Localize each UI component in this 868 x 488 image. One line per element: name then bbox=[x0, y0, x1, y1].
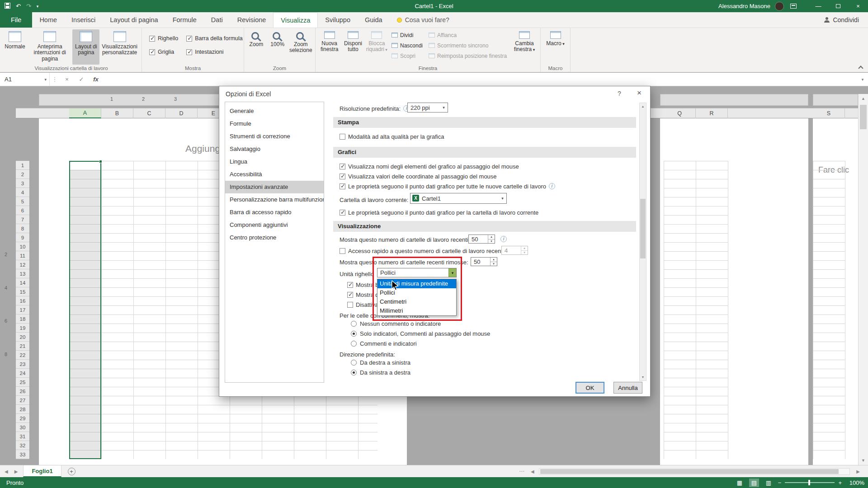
normal-view-status-icon[interactable]: ▦ bbox=[735, 479, 745, 487]
show-checkbox[interactable]: Barra della formula bbox=[186, 35, 243, 42]
zoom-in-icon[interactable]: + bbox=[838, 479, 842, 486]
zoom-out-icon[interactable]: − bbox=[778, 479, 782, 486]
info-icon[interactable]: i bbox=[500, 236, 507, 242]
cell-grid[interactable] bbox=[813, 161, 845, 459]
checkbox-icon[interactable] bbox=[340, 164, 345, 169]
zoom-slider-thumb[interactable] bbox=[808, 480, 810, 485]
column-header[interactable]: D bbox=[165, 108, 198, 118]
sheet-tab-foglio1[interactable]: Foglio1 bbox=[23, 465, 61, 477]
ribbon-tab[interactable]: Home bbox=[32, 12, 64, 28]
options-nav-item[interactable]: Lingua bbox=[225, 155, 324, 168]
zoom-percentage[interactable]: 100% bbox=[846, 479, 864, 486]
checkbox-icon[interactable] bbox=[340, 183, 345, 189]
dialog-help-icon[interactable]: ? bbox=[615, 90, 623, 97]
ribbon-tab[interactable]: Revisione bbox=[230, 12, 274, 28]
row-header[interactable]: 4 bbox=[16, 188, 29, 197]
dialog-scrollbar[interactable]: ▴ ▾ bbox=[639, 103, 646, 381]
spin-up-icon[interactable]: ▴ bbox=[488, 235, 495, 239]
unpinned-recent-spinner[interactable]: 50 ▴▾ bbox=[471, 257, 497, 266]
scroll-down-icon[interactable]: ▼ bbox=[859, 456, 868, 465]
vertical-scrollbar[interactable]: ▲ ▼ bbox=[858, 94, 868, 465]
ribbon-tab[interactable]: Visualizza bbox=[273, 12, 318, 28]
formula-input[interactable] bbox=[103, 73, 857, 86]
column-header[interactable]: Q bbox=[664, 108, 696, 118]
formula-bar-expand-icon[interactable]: ▾ bbox=[857, 73, 868, 86]
prev-sheet-icon[interactable]: ◀ bbox=[5, 469, 8, 474]
radio-icon[interactable] bbox=[351, 321, 357, 327]
chart-checkbox-row[interactable]: Visualizza valori delle coordinate al pa… bbox=[340, 172, 497, 180]
dropdown-option[interactable]: Unità di misura predefinite bbox=[377, 279, 456, 288]
ribbon-tab[interactable]: Dati bbox=[204, 12, 230, 28]
tab-scroll-divider[interactable]: ⋯ bbox=[519, 468, 524, 474]
window-small-button[interactable]: Affianca bbox=[429, 31, 507, 39]
row-header[interactable]: 24 bbox=[16, 369, 29, 378]
row-header[interactable]: 25 bbox=[16, 378, 29, 387]
scroll-up-icon[interactable]: ▴ bbox=[640, 103, 646, 110]
options-nav-item[interactable]: Impostazioni avanzate bbox=[225, 181, 324, 193]
spin-up-icon[interactable]: ▴ bbox=[491, 258, 497, 262]
enter-icon[interactable]: ✓ bbox=[74, 73, 89, 86]
options-nav-item[interactable]: Generale bbox=[225, 105, 324, 117]
macro-button[interactable]: Macro bbox=[543, 29, 568, 65]
horizontal-scrollbar-thumb[interactable] bbox=[540, 469, 839, 474]
radio-icon[interactable] bbox=[351, 370, 357, 375]
undo-icon[interactable]: ↶ bbox=[16, 3, 21, 9]
row-header[interactable]: 12 bbox=[16, 260, 29, 269]
radio-option[interactable]: Da destra a sinistra bbox=[351, 359, 410, 366]
show-checkbox[interactable]: Griglia bbox=[149, 49, 178, 55]
selection-handle[interactable] bbox=[99, 160, 102, 163]
window-small-button[interactable]: Scorrimento sincrono bbox=[429, 41, 507, 50]
row-header[interactable]: 5 bbox=[16, 197, 29, 206]
zoom-slider-track[interactable] bbox=[785, 482, 835, 483]
spin-down-icon[interactable]: ▾ bbox=[488, 239, 495, 244]
radio-option[interactable]: Commenti e indicatori bbox=[351, 340, 417, 347]
dropdown-option[interactable]: Pollici bbox=[377, 288, 456, 297]
custom-views-button[interactable]: Visualizzazioni personalizzate bbox=[99, 29, 140, 65]
checkbox-icon[interactable] bbox=[340, 210, 345, 216]
row-header[interactable]: 16 bbox=[16, 296, 29, 305]
arrange-all-button[interactable]: Disponi tutto bbox=[341, 29, 364, 65]
normal-view-button[interactable]: Normale bbox=[3, 29, 27, 65]
radio-option[interactable]: Solo indicatori, Commenti al passaggio d… bbox=[351, 330, 490, 337]
checkbox-icon[interactable] bbox=[347, 292, 353, 298]
options-nav-item[interactable]: Accessibilità bbox=[225, 168, 324, 181]
options-nav-item[interactable]: Personalizzazione barra multifunzione bbox=[225, 193, 324, 206]
radio-option[interactable]: Nessun commento o indicatore bbox=[351, 320, 441, 327]
scroll-up-icon[interactable]: ▲ bbox=[859, 94, 868, 103]
row-header[interactable]: 20 bbox=[16, 333, 29, 342]
info-icon[interactable]: i bbox=[549, 183, 555, 189]
name-box[interactable]: A1 ▾ bbox=[0, 73, 50, 86]
column-header[interactable]: A bbox=[69, 108, 101, 118]
zoom-button[interactable]: Zoom bbox=[246, 29, 267, 65]
scroll-down-icon[interactable]: ▾ bbox=[640, 374, 646, 380]
dropdown-option[interactable]: Centimetri bbox=[377, 297, 456, 306]
checkbox-icon[interactable] bbox=[347, 302, 353, 308]
avatar[interactable] bbox=[775, 2, 784, 11]
vertical-scrollbar-thumb[interactable] bbox=[860, 105, 867, 129]
recent-workbooks-spinner[interactable]: 50 ▴▾ bbox=[468, 235, 495, 244]
row-header[interactable]: 3 bbox=[16, 179, 29, 188]
redo-icon[interactable]: ↷ bbox=[26, 3, 31, 9]
options-nav-item[interactable]: Formule bbox=[225, 117, 324, 130]
chart-checkbox-row[interactable]: Le proprietà seguono il punto dati grafi… bbox=[340, 182, 555, 190]
save-icon[interactable] bbox=[5, 3, 10, 10]
column-header[interactable]: S bbox=[813, 108, 845, 118]
page-layout-status-icon[interactable]: ▤ bbox=[749, 479, 759, 487]
dropdown-arrow-icon[interactable]: ▾ bbox=[448, 268, 456, 277]
active-cell[interactable] bbox=[70, 162, 100, 170]
dialog-close-icon[interactable]: × bbox=[633, 89, 645, 98]
radio-icon[interactable] bbox=[351, 341, 357, 347]
radio-icon[interactable] bbox=[351, 331, 357, 337]
radio-option[interactable]: Da sinistra a destra bbox=[351, 369, 410, 376]
freeze-panes-button[interactable]: Blocca riquadri bbox=[365, 29, 389, 65]
ribbon-tab[interactable]: Layout di pagina bbox=[103, 12, 165, 28]
row-header[interactable]: 2 bbox=[16, 170, 29, 179]
dialog-scrollbar-thumb[interactable] bbox=[640, 199, 646, 258]
row-header[interactable]: 10 bbox=[16, 242, 29, 251]
collapse-ribbon-icon[interactable] bbox=[859, 65, 863, 69]
checkbox-icon[interactable] bbox=[340, 174, 345, 179]
dropdown-option[interactable]: Millimetri bbox=[377, 306, 456, 315]
row-header[interactable]: 17 bbox=[16, 305, 29, 314]
options-nav-item[interactable]: Strumenti di correzione bbox=[225, 130, 324, 143]
zoom-selection-button[interactable]: Zoom selezione bbox=[288, 29, 313, 65]
